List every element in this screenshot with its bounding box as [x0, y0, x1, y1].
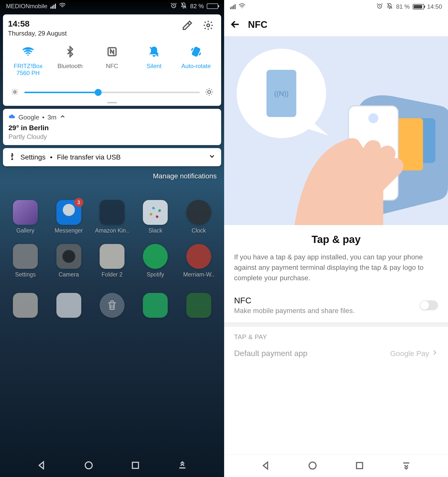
app-merriam[interactable]: Merriam-W..: [178, 244, 219, 278]
trash-icon: [100, 293, 124, 318]
qs-drag-handle[interactable]: [107, 102, 117, 103]
nfc-toggle-row[interactable]: NFC Make mobile payments and share files…: [224, 293, 448, 322]
app-label: Clock: [192, 227, 206, 234]
nfc-toggle[interactable]: [420, 300, 438, 310]
app-icon: [186, 244, 211, 269]
app-icon: [143, 293, 168, 318]
bluetooth-icon: [64, 45, 77, 58]
app-spotify[interactable]: Spotify: [135, 244, 176, 278]
section-title: Tap & pay: [234, 234, 438, 245]
toggle-wifi-label: FRITZ!Box 7560 PH: [9, 63, 47, 77]
notification-title: 29° in Berlin: [8, 124, 216, 132]
clock: 14:50: [427, 3, 442, 10]
toggle-silent-label: Silent: [147, 63, 162, 70]
mute-icon: [180, 2, 187, 10]
mute-icon: [386, 2, 393, 11]
default-app-value: Google Pay: [390, 349, 429, 358]
battery-icon: [207, 3, 218, 9]
nfc-icon: [106, 45, 119, 58]
bullet: •: [42, 114, 44, 121]
page-title: NFC: [248, 19, 267, 30]
nfc-subtitle: Make mobile payments and share files.: [234, 307, 355, 315]
svg-rect-7: [132, 462, 139, 469]
chevron-down-icon[interactable]: [208, 153, 216, 162]
settings-header: NFC: [224, 13, 448, 36]
nav-expand[interactable]: [401, 460, 411, 472]
app-folder2[interactable]: Folder 2: [92, 244, 132, 278]
notification-google-weather[interactable]: Google • 3m 29° in Berlin Partly Cloudy: [3, 109, 221, 145]
app-messenger[interactable]: 3 Messenger: [48, 200, 89, 234]
svg-point-17: [309, 462, 316, 469]
back-button[interactable]: [230, 19, 241, 31]
silent-icon: [148, 45, 161, 58]
manage-notifications-link[interactable]: Manage notifications: [0, 166, 224, 180]
battery-icon: [413, 4, 424, 9]
app-camera[interactable]: Camera: [48, 244, 89, 278]
svg-text:((N)): ((N)): [274, 90, 289, 97]
notification-time: 3m: [47, 114, 56, 121]
brightness-slider[interactable]: [10, 87, 214, 97]
gear-icon[interactable]: [203, 20, 214, 32]
edit-icon[interactable]: [182, 20, 193, 32]
app-icon: [186, 293, 211, 318]
nav-recent[interactable]: [354, 460, 365, 472]
app-label: Merriam-W..: [183, 271, 214, 278]
dock-play-store[interactable]: [48, 293, 89, 318]
app-icon: [56, 293, 81, 318]
section-desc: If you have a tap & pay app installed, y…: [234, 252, 438, 283]
dock-whatsapp[interactable]: [135, 293, 176, 318]
app-label: Gallery: [16, 227, 35, 234]
notification-title: File transfer via USB: [57, 153, 121, 161]
nav-recent[interactable]: [130, 460, 141, 472]
nav-back[interactable]: [37, 460, 47, 472]
toggle-nfc[interactable]: NFC: [93, 45, 131, 77]
app-settings[interactable]: Settings: [5, 244, 46, 278]
brightness-track[interactable]: [24, 92, 200, 93]
autorotate-icon: [190, 45, 203, 58]
app-label: Amazon Kin..: [95, 227, 129, 234]
app-label: Folder 2: [102, 271, 122, 278]
default-app-label: Default payment app: [234, 349, 307, 358]
nav-back[interactable]: [261, 460, 271, 472]
app-icon: [143, 244, 168, 269]
dock-folder-google[interactable]: [5, 293, 46, 318]
usb-icon: [8, 153, 16, 162]
brightness-thumb[interactable]: [95, 89, 102, 96]
cellular-signal-icon: [50, 4, 56, 9]
default-payment-app-row[interactable]: Default payment app Google Pay: [224, 345, 448, 365]
nav-collapse[interactable]: [177, 460, 188, 472]
app-label: Settings: [15, 271, 36, 278]
toggle-silent[interactable]: Silent: [135, 45, 173, 77]
cellular-signal-icon: [230, 4, 236, 9]
app-label: Messenger: [55, 227, 83, 234]
app-gallery[interactable]: Gallery: [5, 200, 46, 234]
toggle-bluetooth-label: Bluetooth: [57, 63, 82, 70]
app-icon: 3: [56, 200, 81, 225]
toggle-wifi[interactable]: FRITZ!Box 7560 PH: [9, 45, 47, 77]
notification-usb[interactable]: Settings • File transfer via USB: [3, 148, 221, 166]
statusbar: MEDIONmobile 82 %: [0, 0, 224, 12]
chevron-right-icon: [431, 349, 438, 358]
app-amazon-kindle[interactable]: Amazon Kin..: [92, 200, 132, 234]
toggle-bluetooth[interactable]: Bluetooth: [51, 45, 89, 77]
nfc-title: NFC: [234, 296, 355, 305]
app-clock[interactable]: Clock: [178, 200, 219, 234]
nav-home[interactable]: [83, 460, 94, 472]
app-slack[interactable]: Slack: [135, 200, 176, 234]
toggle-thumb: [420, 301, 429, 310]
dock-phone[interactable]: [178, 293, 219, 318]
app-label: Slack: [148, 227, 162, 234]
phone-left: MEDIONmobile 82 % 14:58 Thursday, 29 Aug…: [0, 0, 224, 477]
toggle-autorotate[interactable]: Auto-rotate: [177, 45, 215, 77]
svg-rect-3: [192, 47, 200, 56]
nav-home[interactable]: [307, 460, 318, 472]
divider: [224, 322, 448, 327]
wifi-icon: [239, 2, 245, 11]
quicksettings-panel[interactable]: 14:58 Thursday, 29 August FRITZ!Box 7560…: [3, 14, 221, 106]
app-label: Spotify: [147, 271, 164, 278]
dock-trash[interactable]: [92, 293, 132, 318]
alarm-icon: [170, 2, 177, 10]
phone-right: 81 % 14:50 NFC ((N)) T: [224, 0, 448, 477]
qs-clock: 14:58: [8, 19, 67, 29]
chevron-up-icon[interactable]: [59, 113, 66, 121]
